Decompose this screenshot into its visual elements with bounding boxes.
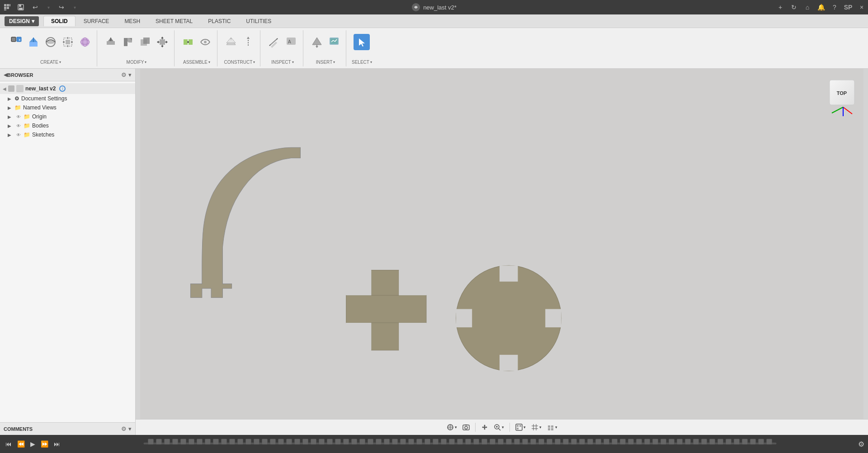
toolbar-group-construct: CONSTRUCT ▾ (219, 30, 260, 66)
analysis-button[interactable]: A (283, 34, 299, 50)
joint-button[interactable] (180, 34, 196, 50)
scale-button[interactable] (60, 34, 76, 50)
new-tab-button[interactable]: + (774, 1, 787, 14)
svg-rect-1 (7, 4, 9, 6)
svg-rect-157 (514, 439, 520, 444)
select-button[interactable] (354, 34, 370, 50)
timeline-play-button[interactable]: ▶ (28, 439, 37, 448)
inspect-label[interactable]: INSPECT ▾ (271, 60, 293, 66)
insert-label[interactable]: INSERT ▾ (316, 60, 335, 66)
expand-arrow-icon: ▶ (6, 132, 13, 138)
display-arrow-icon: ▾ (524, 425, 526, 429)
undo-button[interactable]: ↩ (29, 1, 42, 14)
timeline-next-button[interactable]: ⏩ (39, 439, 50, 448)
combine-button[interactable] (137, 34, 153, 50)
tree-item-origin[interactable]: ▶ 👁 📁 Origin (0, 112, 135, 121)
new-component-button[interactable]: + (8, 34, 24, 50)
timeline-settings-button[interactable]: ⚙ (858, 440, 864, 448)
select-arrow-icon: ▾ (370, 60, 372, 64)
comments-label: COMMENTS (4, 426, 121, 432)
fusion-logo-icon (411, 3, 420, 12)
svg-rect-107 (548, 425, 550, 428)
grid-settings-button[interactable]: ▾ (445, 423, 459, 432)
capture-image-button[interactable] (461, 423, 472, 432)
tree-item-named-views[interactable]: ▶ 📁 Named Views (0, 103, 135, 112)
tab-solid[interactable]: SOLID (43, 16, 75, 26)
notification-button[interactable]: 🔔 (815, 1, 827, 14)
construct-label[interactable]: CONSTRUCT ▾ (224, 60, 255, 66)
timeline: ⏮ ⏪ ▶ ⏩ ⏭ (0, 435, 868, 453)
root-visibility-icon[interactable] (8, 85, 14, 92)
redo-arrow[interactable]: ▾ (68, 1, 81, 14)
titlebar-right: + ↻ ⌂ 🔔 ? SP × (774, 0, 868, 14)
grid-view-button[interactable]: ▾ (529, 423, 543, 432)
modify-label[interactable]: MODIFY ▾ (127, 60, 147, 66)
timeline-prev-button[interactable]: ⏪ (15, 439, 27, 448)
nav-cube[interactable]: TOP (827, 73, 863, 109)
zoom-button[interactable]: ▾ (492, 423, 506, 432)
svg-rect-152 (474, 439, 479, 444)
visibility-eye-icon[interactable]: 👁 (15, 123, 22, 129)
tab-surface[interactable]: SURFACE (76, 16, 117, 26)
sphere-button[interactable] (77, 34, 93, 50)
help-button[interactable]: ? (828, 1, 841, 14)
svg-rect-115 (173, 439, 178, 444)
display-settings-button[interactable]: ▾ (514, 423, 528, 432)
browser-settings-icon[interactable]: ⚙ (121, 71, 127, 78)
plane-offset-button[interactable] (223, 34, 239, 50)
timeline-track[interactable] (64, 437, 856, 451)
user-button[interactable]: SP (842, 1, 854, 14)
object-visibility-button[interactable]: ▾ (545, 423, 559, 432)
assemble-label[interactable]: ASSEMBLE ▾ (183, 60, 210, 66)
tab-sheet-metal[interactable]: SHEET METAL (148, 16, 200, 26)
svg-rect-81 (456, 309, 472, 328)
browser-collapse-button[interactable]: ◀ (4, 72, 7, 78)
browser-menu-icon[interactable]: ▾ (128, 71, 132, 78)
svg-marker-41 (157, 41, 159, 43)
extrude-button[interactable] (25, 34, 42, 50)
svg-rect-120 (213, 439, 219, 444)
svg-rect-133 (319, 439, 325, 444)
redo-button[interactable]: ↪ (55, 1, 68, 14)
close-button[interactable]: × (855, 1, 868, 14)
svg-rect-172 (637, 439, 642, 444)
refresh-button[interactable]: ↻ (788, 1, 800, 14)
save-button[interactable] (14, 1, 27, 14)
svg-rect-121 (222, 439, 227, 444)
timeline-last-button[interactable]: ⏭ (52, 439, 62, 448)
create-label[interactable]: CREATE ▾ (40, 60, 61, 66)
svg-rect-145 (417, 439, 422, 444)
insert-derive-button[interactable] (309, 34, 325, 50)
svg-rect-164 (571, 439, 577, 444)
motion-link-button[interactable] (197, 34, 213, 50)
tree-item-sketches[interactable]: ▶ 👁 📁 Sketches (0, 130, 135, 139)
select-label[interactable]: SELECT ▾ (352, 60, 372, 66)
axis-button[interactable] (240, 34, 256, 50)
comments-menu-icon[interactable]: ▾ (128, 425, 132, 432)
home-button[interactable]: ⌂ (801, 1, 814, 14)
press-pull-button[interactable] (103, 34, 119, 50)
tab-utilities[interactable]: UTILITIES (239, 16, 278, 26)
tab-plastic[interactable]: PLASTIC (201, 16, 238, 26)
tree-item-document-settings[interactable]: ▶ ⚙ Document Settings (0, 94, 135, 103)
revolve-button[interactable] (42, 34, 59, 50)
visibility-eye-icon[interactable]: 👁 (15, 113, 22, 120)
canvas-button[interactable] (326, 34, 342, 50)
move-button[interactable] (154, 34, 170, 50)
tab-mesh[interactable]: MESH (117, 16, 147, 26)
comments-settings-icon[interactable]: ⚙ (121, 425, 127, 432)
app-grid-icon[interactable] (0, 0, 14, 14)
undo-arrow[interactable]: ▾ (42, 1, 55, 14)
design-dropdown[interactable]: DESIGN ▾ (5, 16, 39, 26)
pan-button[interactable] (479, 423, 490, 432)
measure-button[interactable] (266, 34, 282, 50)
browser-root[interactable]: ◀ new_last v2 i (0, 83, 135, 94)
svg-rect-186 (750, 439, 756, 444)
fillet-button[interactable] (120, 34, 136, 50)
root-info-icon[interactable]: i (59, 85, 66, 92)
timeline-first-button[interactable]: ⏮ (4, 439, 14, 448)
visibility-eye-icon[interactable]: 👁 (15, 132, 22, 138)
tree-item-bodies[interactable]: ▶ 👁 📁 Bodies (0, 121, 135, 130)
viewport[interactable]: TOP (136, 69, 868, 435)
tree-item-label: Bodies (32, 123, 49, 129)
